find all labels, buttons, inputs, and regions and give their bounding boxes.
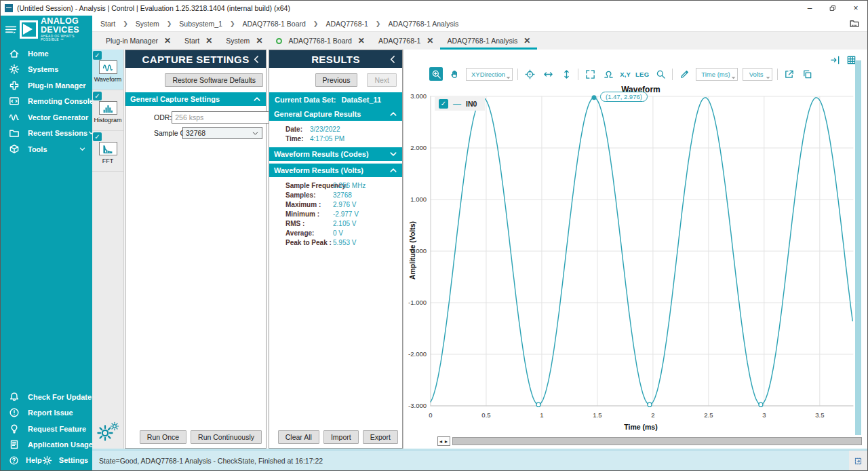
logging-icon bbox=[9, 439, 20, 450]
sidebar-item-vector-generator[interactable]: Vector Generator bbox=[1, 109, 92, 126]
breadcrumb-item-adaq7768-1-board[interactable]: ADAQ7768-1 Board bbox=[241, 20, 307, 28]
sidebar-item-request-feature[interactable]: Request Feature bbox=[1, 421, 92, 437]
odr-input[interactable] bbox=[172, 111, 270, 124]
results-section-general-capture-results[interactable]: General Capture Results bbox=[269, 107, 402, 121]
result-label: Time: bbox=[285, 135, 310, 143]
xy-labels-button[interactable]: X,Y bbox=[620, 71, 631, 78]
checkbox-checked[interactable]: ✓ bbox=[93, 132, 102, 141]
tool-strip-item-waveform[interactable]: ✓Waveform bbox=[92, 50, 123, 90]
chevron-up-icon[interactable] bbox=[253, 95, 261, 103]
results-section-label: Waveform Results (Codes) bbox=[274, 150, 369, 158]
sidebar-item-home[interactable]: Home bbox=[1, 45, 92, 62]
import-button[interactable]: Import bbox=[323, 430, 359, 444]
chevron-down-icon[interactable] bbox=[389, 150, 397, 158]
sidebar-item-application-usage-logging[interactable]: Application Usage Logging bbox=[1, 437, 92, 453]
copy-chart-button[interactable] bbox=[801, 67, 814, 81]
vertical-zoom-button[interactable] bbox=[559, 67, 573, 81]
clear-all-button[interactable]: Clear All bbox=[278, 430, 319, 444]
tool-strip-item-fft[interactable]: ✓FFT bbox=[92, 131, 123, 172]
svg-text:2.000: 2.000 bbox=[410, 144, 427, 151]
sidebar-item-label: Report Issue bbox=[28, 409, 87, 417]
breadcrumb-item-start[interactable]: Start bbox=[99, 20, 117, 28]
tab-system[interactable]: System✕ bbox=[219, 32, 269, 50]
h-scrollbar[interactable] bbox=[452, 437, 862, 445]
collapse-right-icon[interactable] bbox=[830, 55, 840, 65]
legend[interactable]: ✓ — IN0 bbox=[435, 97, 485, 111]
checkbox-checked[interactable]: ✓ bbox=[93, 92, 102, 100]
breadcrumb-item-system[interactable]: System bbox=[134, 20, 161, 28]
sidebar-item-systems[interactable]: Systems bbox=[1, 62, 92, 78]
h-scroll-arrows-button[interactable]: ◄► bbox=[437, 436, 450, 446]
sidebar-item-remoting-console[interactable]: Remoting Console bbox=[1, 94, 92, 110]
tab-close-icon[interactable]: ✕ bbox=[427, 37, 433, 45]
breadcrumb-item-adaq7768-1[interactable]: ADAQ7768-1 bbox=[324, 20, 369, 28]
tab-close-icon[interactable]: ✕ bbox=[524, 37, 530, 45]
tab-adaq7768-1[interactable]: ADAQ7768-1✕ bbox=[372, 32, 441, 50]
fit-zoom-button[interactable] bbox=[601, 67, 615, 81]
zoom-select-button[interactable] bbox=[429, 67, 443, 81]
tool-strip-item-histogram[interactable]: ✓Histogram bbox=[92, 90, 123, 131]
minimize-button[interactable]: – bbox=[798, 1, 821, 16]
sidebar-item-label: Systems bbox=[28, 65, 87, 73]
tab-adaq7768-1-board[interactable]: ADAQ7768-1 Board✕ bbox=[269, 32, 371, 50]
tab-label: ADAQ7768-1 Board bbox=[288, 37, 351, 45]
magnifier-button[interactable] bbox=[654, 67, 667, 81]
help-label[interactable]: Help bbox=[26, 456, 42, 464]
run-once-button[interactable]: Run Once bbox=[140, 430, 186, 444]
sidebar-item-tools[interactable]: Tools bbox=[1, 141, 92, 157]
results-section-label: Waveform Results (Volts) bbox=[274, 166, 363, 174]
gears-icon[interactable] bbox=[92, 424, 123, 442]
session-folder-icon[interactable] bbox=[848, 18, 862, 29]
sidebar-item-check-for-updates[interactable]: Check For Updates bbox=[1, 389, 92, 405]
hamburger-menu-icon[interactable] bbox=[5, 24, 17, 36]
results-section-waveform-results-codes[interactable]: Waveform Results (Codes) bbox=[269, 147, 402, 161]
expand-button[interactable] bbox=[583, 67, 597, 81]
help-icon bbox=[9, 455, 19, 466]
sidebar-item-report-issue[interactable]: Report Issue bbox=[1, 405, 92, 421]
checkbox-checked[interactable]: ✓ bbox=[93, 51, 102, 60]
crosshair-button[interactable] bbox=[523, 67, 536, 81]
tab-close-icon[interactable]: ✕ bbox=[256, 37, 262, 45]
restore-button[interactable] bbox=[821, 1, 844, 16]
next-button[interactable]: Next bbox=[367, 73, 397, 87]
tab-adaq7768-1-analysis[interactable]: ADAQ7768-1 Analysis✕ bbox=[440, 32, 537, 50]
sidebar-item-recent-sessions[interactable]: Recent Sessions bbox=[1, 126, 92, 142]
x-unit-dropdown[interactable]: Time (ms) bbox=[696, 68, 737, 81]
sidebar-item-label: Request Feature bbox=[28, 425, 87, 433]
horizontal-zoom-button[interactable] bbox=[541, 67, 555, 81]
results-panel: RESULTS Previous Next Current Data Set: … bbox=[269, 50, 403, 449]
gear-icon bbox=[9, 64, 20, 75]
breadcrumb-item-adaq7768-1-analysis[interactable]: ADAQ7768-1 Analysis bbox=[387, 20, 460, 28]
previous-button[interactable]: Previous bbox=[315, 73, 358, 87]
tab-close-icon[interactable]: ✕ bbox=[164, 37, 171, 45]
tab-start[interactable]: Start✕ bbox=[178, 32, 219, 50]
results-section-waveform-results-volts[interactable]: Waveform Results (Volts) bbox=[269, 164, 402, 177]
legend-toggle-button[interactable]: LEG bbox=[635, 71, 649, 78]
close-button[interactable]: × bbox=[844, 1, 867, 16]
v-scrollbar[interactable] bbox=[855, 60, 861, 435]
export-button[interactable]: Export bbox=[363, 430, 398, 444]
tab-close-icon[interactable]: ✕ bbox=[358, 37, 365, 45]
export-chart-button[interactable] bbox=[783, 67, 796, 81]
resize-grip-icon[interactable] bbox=[849, 451, 867, 471]
xy-direction-dropdown[interactable]: XYDirection bbox=[466, 68, 513, 81]
tools-icon bbox=[9, 144, 20, 155]
data-point-tooltip: (1.47, 2.976) bbox=[600, 92, 648, 102]
collapse-panel-icon[interactable] bbox=[389, 54, 397, 63]
sample-count-dropdown[interactable]: 32768 bbox=[182, 127, 262, 139]
collapse-panel-icon[interactable] bbox=[252, 54, 261, 63]
sidebar-item-plug-in-manager[interactable]: Plug-in Manager bbox=[1, 77, 92, 94]
tab-plug-in-manager[interactable]: Plug-in Manager✕ bbox=[99, 32, 178, 50]
legend-checkbox[interactable]: ✓ bbox=[439, 99, 448, 109]
breadcrumb-item-subsystem-1[interactable]: Subsystem_1 bbox=[178, 20, 224, 28]
chevron-up-icon[interactable] bbox=[389, 110, 397, 118]
run-continuously-button[interactable]: Run Continuously bbox=[191, 430, 262, 444]
pan-hand-button[interactable] bbox=[448, 67, 461, 81]
settings-item[interactable]: Settings bbox=[42, 455, 88, 466]
tab-close-icon[interactable]: ✕ bbox=[205, 37, 212, 45]
chevron-up-icon[interactable] bbox=[389, 166, 397, 174]
result-row: Samples:32768 bbox=[269, 190, 402, 200]
restore-defaults-button[interactable]: Restore Software Defaults bbox=[165, 73, 263, 87]
y-unit-dropdown[interactable]: Volts bbox=[743, 68, 772, 81]
annotate-pencil-button[interactable] bbox=[677, 67, 691, 81]
